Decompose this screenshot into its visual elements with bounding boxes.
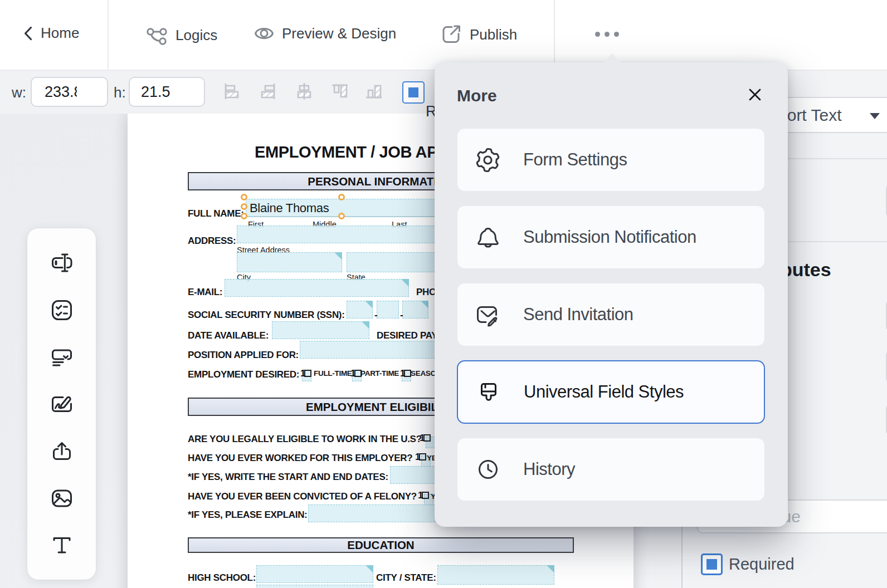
next-row-field[interactable] — [256, 585, 373, 588]
q-felony-label: HAVE YOU EVER BEEN CONVICTED OF A FELONY… — [188, 491, 417, 502]
selection-handle-bottom-left[interactable] — [241, 213, 247, 219]
if-yes-explain-label: *IF YES, PLEASE EXPLAIN: — [188, 509, 307, 521]
header-divider — [554, 0, 555, 70]
clock-icon — [475, 457, 500, 482]
checkbox-checked-mark — [706, 559, 717, 570]
fold-corner — [401, 279, 409, 287]
signature-icon[interactable] — [48, 391, 75, 418]
text-field-icon[interactable] — [48, 249, 75, 276]
fulltime-label: FULL-TIME — [314, 369, 352, 378]
more-menu-button[interactable] — [588, 22, 625, 46]
fold-corner — [334, 252, 342, 260]
full-name-label: FULL NAME: — [188, 208, 244, 219]
section-header-education: EDUCATION — [188, 537, 574, 553]
publish-button[interactable]: Publish — [441, 24, 517, 45]
checkbox-print-glyph: 1 — [350, 368, 355, 379]
high-school-label: HIGH SCHOOL: — [188, 572, 256, 584]
q-eligible-label: ARE YOU LEGALLY ELIGIBLE TO WORK IN THE … — [188, 434, 422, 445]
width-input[interactable]: 233.8 — [31, 77, 108, 107]
home-button[interactable]: Home — [23, 24, 79, 42]
align-center-horizontal-icon[interactable] — [295, 82, 314, 103]
upload-icon[interactable] — [48, 438, 75, 464]
mail-pencil-icon — [475, 302, 500, 327]
ssn-dash: - — [400, 310, 403, 321]
color-swatch — [408, 87, 418, 97]
date-available-field[interactable] — [272, 321, 369, 339]
parttime-label: PART-TIME — [360, 369, 399, 378]
align-left-icon[interactable] — [222, 82, 241, 103]
align-top-icon[interactable] — [330, 82, 349, 103]
fold-corner — [365, 565, 373, 573]
chevron-left-icon — [23, 26, 33, 41]
menu-item-submission-notification[interactable]: Submission Notification — [457, 205, 765, 269]
address-label: ADDRESS: — [188, 236, 236, 247]
ellipsis-icon — [595, 32, 600, 37]
width-label: w: — [12, 84, 26, 101]
selection-handle-bottom-middle[interactable] — [338, 213, 345, 219]
checkbox-print-glyph: 1 — [420, 433, 425, 444]
app-window: EMPLOYMENT / JOB APPLICATION PERSONAL IN… — [0, 0, 887, 588]
menu-item-form-settings[interactable]: Form Settings — [457, 128, 765, 192]
hs-city-state-field[interactable] — [437, 565, 554, 585]
fold-corner — [362, 321, 369, 329]
image-icon[interactable] — [48, 485, 75, 512]
header-divider — [108, 0, 109, 70]
city-field[interactable] — [237, 252, 342, 272]
popup-caret — [603, 53, 621, 63]
more-popup: More Form Settings Submission — [435, 62, 788, 527]
fill-color-button[interactable] — [402, 81, 425, 104]
ssn-label: SOCIAL SECURITY NUMBER (SSN): — [188, 310, 345, 321]
eye-icon — [254, 24, 274, 42]
position-label: POSITION APPLIED FOR: — [188, 350, 299, 361]
email-label: E-MAIL: — [188, 287, 222, 298]
logics-button[interactable]: Logics — [145, 24, 217, 46]
height-label: h: — [114, 84, 126, 101]
logic-nodes-icon — [145, 24, 168, 46]
full-name-value: Blaine Thomas — [250, 201, 329, 215]
menu-item-history[interactable]: History — [457, 438, 765, 501]
high-school-field[interactable] — [256, 565, 373, 583]
required-checkbox[interactable] — [701, 553, 723, 575]
employment-desired-label: EMPLOYMENT DESIRED: — [188, 369, 299, 380]
checklist-icon[interactable] — [48, 297, 75, 324]
selection-handle-top-middle[interactable] — [338, 194, 345, 200]
hs-city-state-label: CITY / STATE: — [376, 572, 436, 584]
caret-down-icon — [870, 113, 880, 119]
paint-brush-icon — [476, 380, 501, 404]
ssn-field-1[interactable] — [347, 301, 373, 318]
if-yes-dates-label: *IF YES, WRITE THE START AND END DATES: — [188, 472, 388, 483]
ssn-field-2[interactable] — [377, 301, 399, 318]
ssn-field-3[interactable] — [402, 301, 428, 318]
email-field[interactable] — [225, 279, 409, 297]
checkbox-print-glyph: 1 — [415, 452, 420, 463]
publish-icon — [441, 24, 462, 45]
field-tools-sidebar — [27, 228, 96, 580]
checkbox-print-glyph: 1 — [300, 368, 305, 379]
text-icon[interactable] — [48, 532, 75, 558]
top-header: Home Logics Preview & Design — [0, 0, 887, 71]
required-checkbox-row[interactable]: Required — [701, 553, 795, 575]
align-right-icon[interactable] — [259, 82, 277, 103]
preview-design-button[interactable]: Preview & Design — [254, 24, 396, 42]
fold-corner — [421, 301, 428, 308]
gear-icon — [475, 148, 500, 173]
align-bottom-icon[interactable] — [364, 82, 383, 103]
fold-corner — [547, 565, 554, 573]
height-input[interactable]: 21.5 — [129, 77, 205, 107]
required-label: Required — [729, 555, 795, 574]
selection-handle-top-left[interactable] — [241, 194, 247, 200]
q-worked-label: HAVE YOU EVER WORKED FOR THIS EMPLOYER? — [188, 453, 412, 464]
bell-icon — [475, 225, 500, 249]
selection-handle-middle-left[interactable] — [241, 203, 247, 210]
popup-title: More — [457, 86, 497, 105]
date-available-label: DATE AVAILABLE: — [188, 330, 269, 341]
close-icon[interactable] — [747, 86, 763, 103]
dropdown-icon[interactable] — [48, 344, 75, 370]
menu-item-universal-field-styles[interactable]: Universal Field Styles — [457, 360, 765, 424]
checkbox-print-glyph: 1 — [400, 368, 405, 379]
checkbox-print-glyph: 1 — [418, 490, 423, 501]
ssn-dash: - — [374, 310, 377, 321]
fold-corner — [365, 301, 373, 308]
menu-item-send-invitation[interactable]: Send Invitation — [457, 283, 765, 346]
